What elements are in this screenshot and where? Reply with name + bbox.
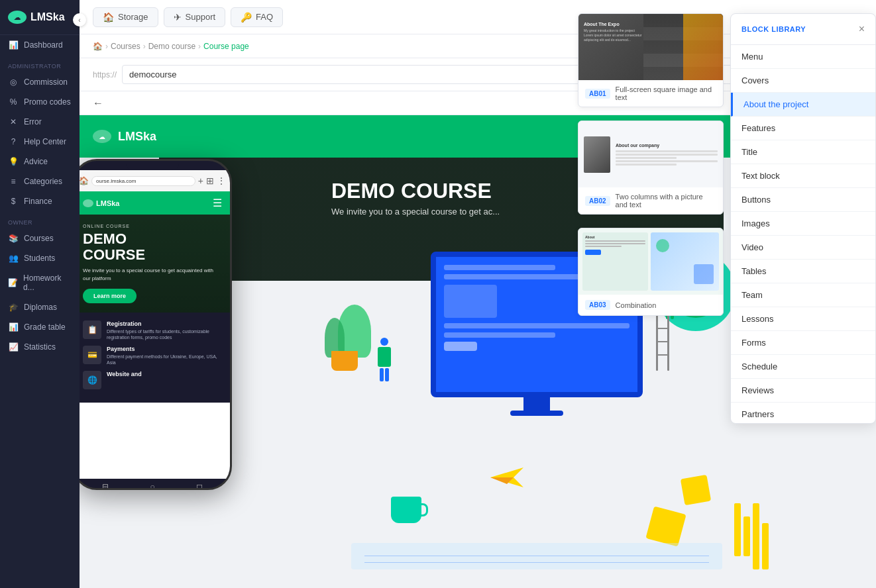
homework-icon: 📝 bbox=[8, 278, 18, 287]
block-library-item-schedule[interactable]: Schedule bbox=[731, 355, 875, 379]
phone-bottom-lines-icon: ⊟ bbox=[102, 482, 109, 490]
error-icon: ✕ bbox=[8, 117, 19, 126]
finance-icon: $ bbox=[8, 197, 19, 206]
block-library-item-images[interactable]: Images bbox=[731, 212, 875, 236]
svg-marker-0 bbox=[490, 467, 523, 487]
preview-card-ab01[interactable]: About The Expo My great introduction to … bbox=[578, 13, 724, 107]
phone-website-icon: 🌐 bbox=[83, 371, 101, 389]
ab02-person-photo bbox=[584, 136, 610, 173]
preview-card-ab02[interactable]: About our company AB02 Two columns with … bbox=[578, 121, 724, 215]
main-area: 🏠 Storage ✈ Support 🔑 FAQ 🏠 › Courses › … bbox=[80, 0, 876, 588]
plant-deco-1 bbox=[338, 305, 371, 358]
phone-logo-icon bbox=[83, 199, 93, 207]
breadcrumb-current-page: Course page bbox=[203, 42, 249, 51]
sidebar-item-finance[interactable]: $ Finance bbox=[0, 191, 80, 211]
phone-learn-button[interactable]: Learn more bbox=[83, 289, 137, 303]
support-button[interactable]: ✈ Support bbox=[164, 7, 226, 27]
ab03-image: About bbox=[578, 228, 723, 295]
coffee-cup-deco bbox=[391, 497, 424, 530]
phone-course-title: DEMOCOURSE bbox=[83, 231, 222, 263]
ab03-footer: AB03 Combination bbox=[578, 295, 723, 315]
block-library-item-lessons[interactable]: Lessons bbox=[731, 307, 875, 331]
storage-icon: 🏠 bbox=[103, 12, 114, 23]
phone-url-bar[interactable]: ourse.lmska.com bbox=[91, 176, 195, 186]
block-library-item-text-block[interactable]: Text block bbox=[731, 164, 875, 188]
phone-feature-payments: 💳 Payments Different payment methods for… bbox=[83, 346, 222, 366]
ab01-image: About The Expo My great introduction to … bbox=[578, 14, 723, 80]
faq-icon: 🔑 bbox=[241, 12, 252, 23]
block-library-item-features[interactable]: Features bbox=[731, 117, 875, 140]
breadcrumb-courses[interactable]: Courses bbox=[111, 42, 140, 51]
phone-payments-icon: 💳 bbox=[83, 346, 101, 364]
sidebar-item-advice[interactable]: 💡 Advice bbox=[0, 152, 80, 172]
phone-feature-registration: 📋 Registration Different types of tariff… bbox=[83, 320, 222, 340]
promo-icon: % bbox=[8, 97, 19, 107]
ab01-label: Full-screen square image and text bbox=[616, 85, 716, 101]
preview-card-ab03[interactable]: About AB03 Combination bbox=[578, 228, 724, 316]
sidebar-item-homework[interactable]: 📝 Homework d... bbox=[0, 268, 80, 297]
faq-button[interactable]: 🔑 FAQ bbox=[231, 7, 283, 27]
block-library-item-reviews[interactable]: Reviews bbox=[731, 379, 875, 403]
sidebar-item-diplomas[interactable]: 🎓 Diplomas bbox=[0, 297, 80, 317]
support-icon: ✈ bbox=[174, 12, 182, 23]
sidebar-logo-text: LMSka bbox=[30, 11, 65, 23]
breadcrumb-demo-course[interactable]: Demo course bbox=[148, 42, 195, 51]
breadcrumb-home-icon: 🏠 bbox=[93, 42, 103, 51]
svg-marker-1 bbox=[490, 477, 514, 484]
paper-plane-deco bbox=[490, 467, 523, 490]
phone-feature-website: 🌐 Website and bbox=[83, 371, 222, 389]
ab02-badge: AB02 bbox=[585, 196, 610, 206]
sidebar-item-help[interactable]: ? Help Center bbox=[0, 132, 80, 152]
sidebar-item-students[interactable]: 👥 Students bbox=[0, 248, 80, 268]
sidebar-section-admin: ADMINISTRATOR bbox=[0, 55, 80, 72]
bottom-grid-deco bbox=[351, 543, 722, 569]
demo-course-title: DEMO COURSE bbox=[331, 180, 591, 201]
block-library-item-team[interactable]: Team bbox=[731, 283, 875, 307]
block-library-item-tables[interactable]: Tables bbox=[731, 260, 875, 283]
sidebar-item-error[interactable]: ✕ Error bbox=[0, 112, 80, 132]
sidebar-collapse-button[interactable]: ‹ bbox=[73, 13, 86, 26]
phone-hamburger-icon[interactable]: ☰ bbox=[213, 197, 222, 209]
sidebar: ☁ LMSka ‹ 📊 Dashboard ADMINISTRATOR ◎ Co… bbox=[0, 0, 80, 588]
sidebar-logo[interactable]: ☁ LMSka ‹ bbox=[0, 0, 80, 35]
advice-icon: 💡 bbox=[8, 157, 19, 166]
phone-features-section: 📋 Registration Different types of tariff… bbox=[80, 313, 230, 403]
ab01-footer: AB01 Full-screen square image and text bbox=[578, 80, 723, 107]
phone-registration-icon: 📋 bbox=[83, 320, 101, 339]
ab02-footer: AB02 Two columns with a picture and text bbox=[578, 187, 723, 214]
ab02-image: About our company bbox=[578, 121, 723, 187]
sidebar-item-categories[interactable]: ≡ Categories bbox=[0, 172, 80, 191]
block-library-items-list: Menu Covers About the project Features T… bbox=[731, 45, 875, 422]
phone-browser-bar: 🏠 ourse.lmska.com + ⊞ ⋮ bbox=[80, 170, 230, 191]
storage-button[interactable]: 🏠 Storage bbox=[93, 7, 158, 27]
sidebar-section-owner: OWNER bbox=[0, 211, 80, 228]
block-library-item-partners[interactable]: Partners bbox=[731, 403, 875, 422]
sidebar-item-promo[interactable]: % Promo codes bbox=[0, 92, 80, 112]
phone-grid-icon: ⊞ bbox=[206, 175, 214, 186]
block-library-item-title[interactable]: Title bbox=[731, 140, 875, 164]
preview-panel: About The Expo My great introduction to … bbox=[578, 13, 724, 329]
url-prefix: https:// bbox=[93, 70, 117, 79]
block-library-item-buttons[interactable]: Buttons bbox=[731, 188, 875, 212]
block-library-title: BLOCK LIBRARY bbox=[741, 25, 806, 33]
sidebar-item-courses[interactable]: 📚 Courses bbox=[0, 228, 80, 248]
block-library-item-video[interactable]: Video bbox=[731, 236, 875, 260]
lmska-logo-icon: ☁ bbox=[8, 11, 27, 24]
sidebar-item-statistics[interactable]: 📈 Statistics bbox=[0, 337, 80, 357]
phone-plus-icon: + bbox=[198, 175, 203, 186]
courses-icon: 📚 bbox=[8, 234, 19, 243]
sidebar-item-commission[interactable]: ◎ Commission bbox=[0, 72, 80, 92]
block-library-item-menu[interactable]: Menu bbox=[731, 45, 875, 69]
header-logo-text: LMSka bbox=[118, 130, 156, 144]
phone-bottom-square-icon: ◻ bbox=[196, 482, 203, 490]
block-library-item-about[interactable]: About the project bbox=[731, 93, 875, 117]
block-library-close-button[interactable]: × bbox=[859, 23, 865, 35]
phone-bottom-bar: ⊟ ○ ◻ bbox=[80, 479, 230, 490]
block-library-item-forms[interactable]: Forms bbox=[731, 331, 875, 355]
block-library-item-covers[interactable]: Covers bbox=[731, 69, 875, 93]
sidebar-item-dashboard[interactable]: 📊 Dashboard bbox=[0, 35, 80, 55]
sidebar-item-grade[interactable]: 📊 Grade table bbox=[0, 317, 80, 337]
phone-feature-title-2: Payments bbox=[107, 346, 222, 352]
back-arrow-button[interactable]: ← bbox=[93, 97, 103, 109]
demo-course-description: We invite you to a special course to get… bbox=[331, 207, 591, 217]
